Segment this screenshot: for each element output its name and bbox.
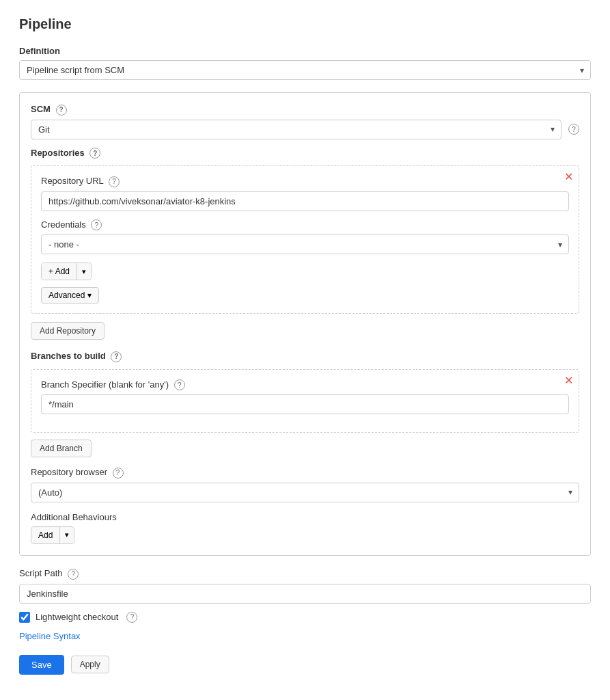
add-repository-btn[interactable]: Add Repository [31,322,105,340]
add-credentials-main-btn[interactable]: + Add [42,263,77,280]
scm-outer-box: SCM ? Git ? Repositories ? ✕ Repository … [19,92,591,556]
lightweight-checkout-label: Lightweight checkout [36,612,118,622]
branch-specifier-input[interactable] [41,394,569,414]
additional-behaviours-label: Additional Behaviours [31,512,579,522]
save-button[interactable]: Save [19,655,64,675]
script-path-section: Script Path ? [19,568,591,604]
definition-select-wrapper: Pipeline script from SCM [19,60,591,80]
advanced-btn[interactable]: Advanced ▾ [41,287,99,304]
branches-section: Branches to build ? ✕ Branch Specifier (… [31,351,579,457]
scm-help-icon[interactable]: ? [56,105,67,116]
definition-select[interactable]: Pipeline script from SCM [19,60,591,80]
remove-branch-btn[interactable]: ✕ [564,375,573,386]
scm-label: SCM [31,104,51,114]
add-repository-wrapper: Add Repository [31,322,579,340]
definition-label: Definition [19,46,591,56]
credentials-select[interactable]: - none - [41,234,569,254]
repo-browser-label: Repository browser [31,467,107,477]
scm-select[interactable]: Git [31,120,562,139]
advanced-chevron-icon: ▾ [87,291,92,300]
repo-url-label: Repository URL [41,176,103,186]
repositories-label: Repositories [31,148,85,158]
branches-label: Branches to build [31,351,106,361]
page-title: Pipeline [19,16,591,32]
add-behaviour-caret-btn[interactable]: ▾ [59,527,74,543]
repo-url-help-icon[interactable]: ? [109,176,120,187]
scm-select-wrapper: Git [31,120,562,139]
repo-browser-select[interactable]: (Auto) [31,483,579,502]
repo-browser-select-wrapper: (Auto) [31,483,579,502]
branch-specifier-help-icon[interactable]: ? [174,379,185,390]
script-path-help-icon[interactable]: ? [68,569,79,580]
branch-specifier-group: Branch Specifier (blank for 'any') ? [41,379,569,415]
lightweight-checkout-help-icon[interactable]: ? [126,612,137,623]
repo-url-group: Repository URL ? [41,176,569,211]
credentials-select-wrapper: - none - [41,234,569,254]
repo-url-input[interactable] [41,191,569,211]
branch-specifier-box: ✕ Branch Specifier (blank for 'any') ? [31,369,579,433]
remove-repository-btn[interactable]: ✕ [564,172,573,183]
credentials-group: Credentials ? - none - [41,219,569,255]
credentials-help-icon[interactable]: ? [91,219,102,230]
add-credentials-wrapper: + Add ▾ [41,262,569,280]
repositories-section: Repositories ? ✕ Repository URL ? Creden… [31,148,579,340]
add-branch-wrapper: Add Branch [31,440,579,457]
repo-browser-help-icon[interactable]: ? [113,468,124,479]
script-path-label: Script Path [19,568,63,578]
repositories-help-icon[interactable]: ? [89,148,100,159]
add-behaviour-main-btn[interactable]: Add [31,527,59,543]
definition-section: Definition Pipeline script from SCM [19,46,591,80]
apply-button[interactable]: Apply [71,656,109,673]
add-behaviour-split-btn[interactable]: Add ▾ [31,526,74,544]
add-credentials-split-btn[interactable]: + Add ▾ [41,262,92,280]
add-credentials-caret-btn[interactable]: ▾ [77,263,91,280]
scm-field-group: SCM ? Git ? [31,104,579,139]
lightweight-checkout-section: Lightweight checkout ? [19,612,591,623]
branches-help-icon[interactable]: ? [111,351,122,362]
footer-buttons: Save Apply [19,655,591,675]
lightweight-checkout-checkbox[interactable] [19,612,30,623]
credentials-label: Credentials [41,219,86,230]
additional-behaviours-section: Additional Behaviours Add ▾ [31,512,579,544]
add-branch-btn[interactable]: Add Branch [31,440,92,457]
pipeline-syntax-link[interactable]: Pipeline Syntax [19,631,81,641]
script-path-input[interactable] [19,584,591,604]
branch-specifier-label: Branch Specifier (blank for 'any') [41,379,169,390]
scm-row: Git ? [31,120,579,139]
repository-entry-box: ✕ Repository URL ? Credentials ? - none … [31,165,579,314]
scm-side-help-icon[interactable]: ? [568,124,579,135]
repo-browser-section: Repository browser ? (Auto) [31,467,579,502]
